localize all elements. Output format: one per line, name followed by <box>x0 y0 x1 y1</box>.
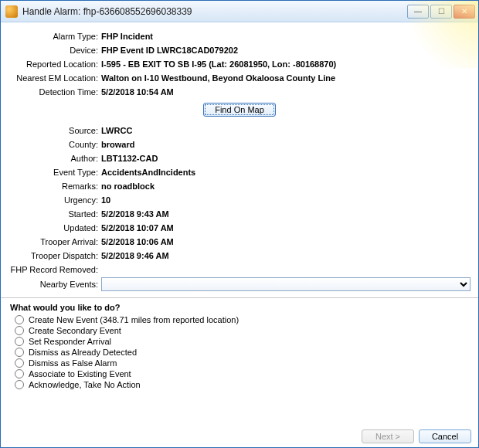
val-author: LBT1132-CAD <box>101 152 158 165</box>
opt-acknowledge-no-action[interactable]: Acknowledge, Take No Action <box>15 380 471 389</box>
lbl-updated: Updated: <box>8 222 101 234</box>
opt-create-new-event[interactable]: Create New Event (348.71 miles from repo… <box>15 315 471 324</box>
opt-label: Dismiss as Already Detected <box>29 348 137 357</box>
opt-create-secondary-event[interactable]: Create Secondary Event <box>15 326 471 335</box>
val-trooper-dispatch: 5/2/2018 9:46 AM <box>101 249 169 262</box>
cancel-button[interactable]: Cancel <box>419 429 471 443</box>
lbl-author: Author: <box>8 152 101 165</box>
val-alarm-type: FHP Incident <box>101 30 153 42</box>
titlebar: Handle Alarm: fhp-636608552696038339 — ☐… <box>1 1 478 22</box>
val-urgency: 10 <box>101 194 110 206</box>
lbl-nearby-events: Nearby Events: <box>8 280 101 289</box>
lbl-reported-location: Reported Location: <box>8 58 101 70</box>
lbl-trooper-dispatch: Trooper Dispatch: <box>8 249 101 262</box>
close-button[interactable]: ✕ <box>454 5 475 19</box>
dialog-content: Alarm Type:FHP Incident Device:FHP Event… <box>1 22 478 389</box>
action-options: Create New Event (348.71 miles from repo… <box>15 315 471 389</box>
lbl-source: Source: <box>8 124 101 137</box>
opt-set-responder-arrival[interactable]: Set Responder Arrival <box>15 337 471 346</box>
action-heading: What would you like to do? <box>10 303 471 312</box>
lbl-remarks: Remarks: <box>8 180 101 192</box>
val-started: 5/2/2018 9:43 AM <box>101 208 169 220</box>
opt-associate-existing-event[interactable]: Associate to Existing Event <box>15 369 471 378</box>
val-detection-time: 5/2/2018 10:54 AM <box>101 86 174 98</box>
dialog-footer: Next > Cancel <box>362 429 471 443</box>
opt-label: Acknowledge, Take No Action <box>29 380 141 389</box>
maximize-button[interactable]: ☐ <box>430 5 452 19</box>
minimize-button[interactable]: — <box>407 5 429 19</box>
window-title: Handle Alarm: fhp-636608552696038339 <box>22 6 406 17</box>
app-icon <box>5 5 18 18</box>
opt-label: Set Responder Arrival <box>29 337 111 346</box>
lbl-county: County: <box>8 138 101 151</box>
opt-label: Create Secondary Event <box>29 326 121 335</box>
nearby-events-dropdown[interactable] <box>101 277 471 291</box>
val-remarks: no roadblock <box>101 180 155 192</box>
val-event-type: AccidentsAndIncidents <box>101 166 195 178</box>
lbl-urgency: Urgency: <box>8 194 101 206</box>
opt-dismiss-false-alarm[interactable]: Dismiss as False Alarm <box>15 358 471 368</box>
lbl-detection-time: Detection Time: <box>8 86 101 98</box>
opt-label: Create New Event (348.71 miles from repo… <box>29 315 239 324</box>
opt-label: Associate to Existing Event <box>29 369 131 378</box>
val-source: LWRCC <box>101 124 132 137</box>
val-reported-location: I-595 - EB EXIT TO SB I-95 (Lat: 2608195… <box>101 58 336 70</box>
find-on-map-button[interactable]: Find On Map <box>203 103 276 117</box>
lbl-device: Device: <box>8 44 101 56</box>
opt-label: Dismiss as False Alarm <box>29 358 117 368</box>
next-button[interactable]: Next > <box>362 429 414 443</box>
val-trooper-arrival: 5/2/2018 10:06 AM <box>101 236 174 248</box>
lbl-nearest-em: Nearest EM Location: <box>8 72 101 84</box>
lbl-fhp-removed: FHP Record Removed: <box>8 263 101 276</box>
lbl-alarm-type: Alarm Type: <box>8 30 101 42</box>
lbl-started: Started: <box>8 208 101 220</box>
lbl-trooper-arrival: Trooper Arrival: <box>8 236 101 248</box>
val-device: FHP Event ID LWRC18CAD079202 <box>101 44 238 56</box>
opt-dismiss-already-detected[interactable]: Dismiss as Already Detected <box>15 348 471 357</box>
val-nearest-em: Walton on I-10 Westbound, Beyond Okaloos… <box>101 72 335 84</box>
divider <box>1 297 478 298</box>
lbl-event-type: Event Type: <box>8 166 101 178</box>
val-county: broward <box>101 138 134 151</box>
val-updated: 5/2/2018 10:07 AM <box>101 222 174 234</box>
